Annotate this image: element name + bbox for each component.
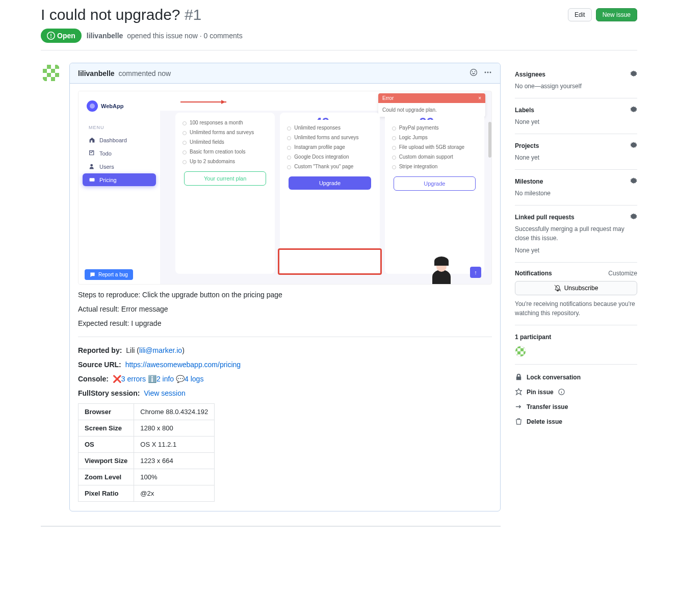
unsubscribe-button[interactable]: Unsubscribe [515, 281, 637, 295]
gear-icon[interactable] [630, 70, 637, 79]
console-logs-link[interactable]: 4 logs [185, 375, 203, 383]
shot-plan-card: 99/monthPayPal paymentsLogic JumpsFile u… [385, 113, 484, 274]
svg-point-3 [90, 164, 93, 167]
source-url: Source URL: https://awesomewebapp.com/pr… [78, 361, 492, 369]
shot-plan-card: 100 responses a monthUnlimited forms and… [175, 113, 275, 274]
edit-button[interactable]: Edit [568, 8, 592, 21]
reporter-email-link[interactable]: lili@marker.io [139, 346, 182, 354]
svg-point-0 [485, 72, 486, 73]
gear-icon[interactable] [630, 141, 637, 150]
lock-conversation-action[interactable]: Lock conversation [515, 370, 637, 384]
comment: lilivanbelle commented now [69, 63, 501, 511]
shot-nav-dashboard: Dashboard [83, 134, 156, 146]
attached-screenshot[interactable]: WebApp MENU DashboardTodoUsersPricing Er… [78, 91, 492, 285]
issue-header: I could not upgrade? #1 Edit New issue [41, 6, 637, 23]
table-row: Viewport Size1223 x 664 [79, 453, 215, 469]
info-icon [558, 388, 565, 396]
kebab-icon[interactable] [484, 68, 492, 78]
notifications-block: Notifications Customize Unsubscribe You'… [515, 263, 637, 325]
avatar[interactable] [41, 63, 61, 83]
customize-link[interactable]: Customize [608, 270, 637, 277]
table-row: Screen Size1280 x 800 [79, 420, 215, 437]
shot-chat-avatar [432, 270, 451, 284]
add-reaction-icon[interactable] [470, 68, 478, 78]
comment-author: lilivanbelle commented now [78, 69, 171, 78]
issue-open-icon [47, 32, 55, 40]
table-row: BrowserChrome 88.0.4324.192 [79, 404, 215, 420]
projects-block[interactable]: Projects None yet [515, 134, 637, 170]
shot-scrollbar [488, 122, 491, 158]
console-summary: Console: ❌3 errors ℹ️2 info 💬4 logs [78, 375, 492, 383]
issue-meta: Open lilivanbelle opened this issue now … [41, 29, 637, 50]
linked-pr-block[interactable]: Linked pull requests Successfully mergin… [515, 206, 637, 263]
comment-body: WebApp MENU DashboardTodoUsersPricing Er… [70, 84, 500, 511]
svg-rect-5 [90, 179, 95, 180]
shot-report-bug-button: Report a bug [85, 269, 133, 280]
gear-icon[interactable] [630, 106, 637, 114]
console-errors-link[interactable]: 3 errors [121, 375, 146, 383]
table-row: Zoom Level100% [79, 469, 215, 485]
shot-plan-card: 49/monthUnlimited responsesUnlimited for… [280, 113, 379, 274]
shot-scroll-top-button: ↑ [470, 267, 481, 278]
milestone-block[interactable]: Milestone No milestone [515, 170, 637, 206]
expected-result: Expected result: I upgrade [78, 319, 492, 327]
state-badge: Open [41, 29, 82, 43]
table-row: OSOS X 11.2.1 [79, 437, 215, 453]
delete-issue-action[interactable]: Delete issue [515, 414, 637, 429]
shot-app-logo: WebApp [83, 95, 156, 117]
environment-table: BrowserChrome 88.0.4324.192Screen Size12… [78, 403, 215, 502]
table-row: Pixel Ratio@2x [79, 485, 215, 502]
labels-block[interactable]: Labels None yet [515, 98, 637, 134]
pin-issue-action[interactable]: Pin issue [515, 384, 637, 399]
source-url-link[interactable]: https://awesomewebapp.com/pricing [125, 361, 241, 369]
svg-point-1 [487, 72, 489, 73]
fullstory-link[interactable]: View session [144, 389, 185, 397]
gear-icon[interactable] [630, 177, 637, 186]
issue-number: #1 [185, 6, 201, 23]
reported-by: Reported by: Lili (lili@marker.io) [78, 346, 492, 354]
svg-point-2 [490, 72, 491, 73]
gear-icon[interactable] [630, 213, 637, 221]
close-icon: × [478, 95, 481, 101]
shot-annotation-arrow [180, 101, 226, 102]
shot-nav-todo: Todo [83, 147, 156, 160]
shot-nav-pricing: Pricing [83, 173, 156, 186]
bell-slash-icon [554, 285, 561, 292]
participant-avatar[interactable] [515, 346, 526, 357]
console-info-link[interactable]: 2 info [157, 375, 174, 383]
participants-block: 1 participant [515, 325, 637, 365]
transfer-issue-action[interactable]: Transfer issue [515, 399, 637, 414]
issue-byline: lilivanbelle opened this issue now · 0 c… [87, 32, 243, 40]
actual-result: Actual result: Error message [78, 305, 492, 313]
assignees-block[interactable]: Assignees No one—assign yourself [515, 63, 637, 98]
fullstory: FullStory session: View session [78, 389, 492, 397]
issue-title: I could not upgrade? #1 [41, 6, 201, 23]
repro-step: Steps to reproduce: Click the upgrade bu… [78, 291, 492, 299]
new-issue-button[interactable]: New issue [596, 8, 637, 21]
shot-nav-users: Users [83, 160, 156, 173]
